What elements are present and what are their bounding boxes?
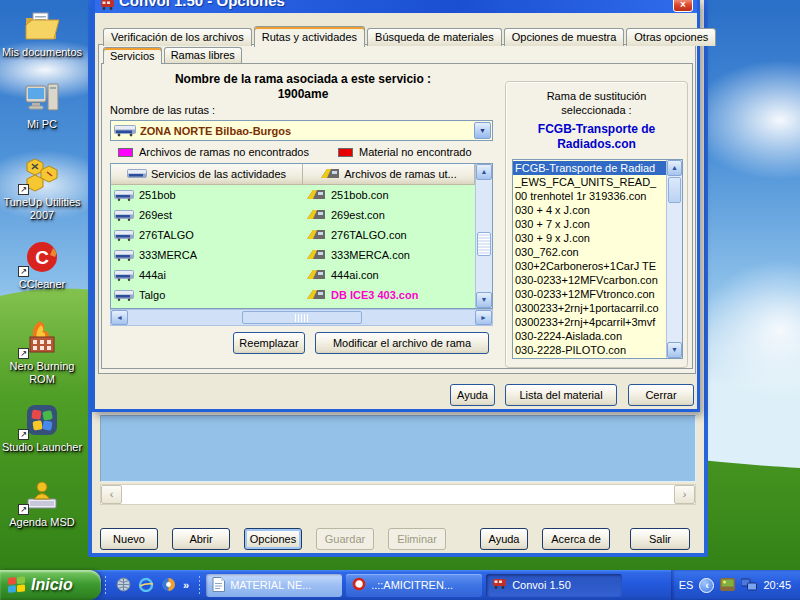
desktop-icon-ccleaner[interactable]: C ↗ CCleaner [1, 240, 83, 291]
train-app-icon [100, 0, 115, 13]
service-row[interactable]: Talgo DB ICE3 403.con [111, 285, 475, 305]
service-row[interactable]: 333MERCA 333MERCA.con [111, 245, 475, 265]
scroll-left-icon[interactable]: ◄ [111, 310, 128, 325]
scroll-right-icon[interactable]: ► [475, 310, 492, 325]
desktop-icon-studio-launcher[interactable]: ↗ Studio Launcher [1, 403, 83, 454]
services-horizontal-scrollbar[interactable]: ◄ ► [110, 309, 493, 326]
service-row[interactable]: 276TALGO 276TALGO.con [111, 225, 475, 245]
scrollbar-thumb[interactable] [477, 232, 491, 256]
acerca-de-button[interactable]: Acerca de [542, 528, 610, 550]
desktop-icon-mi-pc[interactable]: Mi PC [1, 80, 83, 131]
services-vertical-scrollbar[interactable]: ▲ ▼ [475, 164, 492, 308]
listbox-item[interactable]: 030-0233+12MFVtronco.con [513, 287, 666, 301]
tab-opciones-muestra[interactable]: Opciones de muestra [504, 28, 625, 46]
abrir-button[interactable]: Abrir [172, 528, 230, 550]
cerrar-button[interactable]: Cerrar [628, 384, 694, 406]
listbox-item[interactable]: 0300233+2rnj+1portacarril.co [513, 301, 666, 315]
taskbar-button-convoi[interactable]: Convoi 1.50 [486, 574, 622, 597]
listbox-item[interactable]: 030+2Carboneros+1CarJ TE [513, 259, 666, 273]
media-player-icon[interactable] [161, 577, 176, 594]
listbox-item[interactable]: 030-0233+12MFVcarbon.con [513, 273, 666, 287]
service-row[interactable]: 269est 269est.con [111, 205, 475, 225]
close-icon[interactable]: × [673, 0, 693, 12]
start-button[interactable]: Inicio [0, 570, 101, 600]
opciones-button[interactable]: Opciones [244, 528, 302, 550]
services-column-header[interactable]: Servicios de las actividades [111, 164, 303, 185]
scroll-left-icon[interactable]: ‹ [101, 485, 122, 504]
agenda-icon [25, 478, 59, 514]
branch-files-column-header[interactable]: Archivos de ramas ut... [303, 164, 475, 185]
scrollbar-thumb[interactable] [668, 177, 681, 203]
language-indicator[interactable]: ES [679, 579, 694, 591]
listbox-item[interactable]: 030_762.con [513, 245, 666, 259]
substitution-listbox: FCGB-Transporte de Radiad _EWS_FCA_UNITS… [512, 159, 683, 359]
listbox-item[interactable]: 00 trenhotel 1r 319336.con [513, 189, 666, 203]
eliminar-button: Eliminar [388, 528, 446, 550]
tab-rutas-y-actividades[interactable]: Rutas y actividades [254, 26, 365, 47]
service-row[interactable]: 444ai 444ai.con [111, 265, 475, 285]
listbox-item[interactable]: 030-2228-PILOTO.con [513, 343, 666, 357]
chevron-down-icon[interactable]: ▼ [474, 122, 491, 139]
tab-verificacion[interactable]: Verificación de los archivos [103, 28, 252, 46]
listbox-item[interactable]: FCGB-Transporte de Radiad [513, 161, 666, 175]
shortcut-arrow-icon: ↗ [18, 184, 29, 195]
train-yellow-icon [306, 188, 326, 203]
shortcut-arrow-icon: ↗ [18, 429, 29, 440]
taskbar-button-amicitren[interactable]: ..::AMICITREN... [346, 574, 482, 597]
train-blue-icon [114, 268, 134, 283]
scroll-up-icon[interactable]: ▲ [667, 160, 682, 176]
service-row[interactable]: 251bob 251bob.con [111, 185, 475, 205]
route-combobox[interactable]: ZONA NORTE Bilbao-Burgos ▼ [110, 120, 493, 141]
train-yellow-icon [306, 248, 326, 263]
listbox-item[interactable]: 030 + 4 x J.con [513, 203, 666, 217]
tray-network-icon[interactable] [741, 578, 757, 593]
listbox-item[interactable]: _EWS_FCA_UNITS_READ_ [513, 175, 666, 189]
tray-picture-icon[interactable] [720, 578, 735, 593]
nuevo-button[interactable]: Nuevo [100, 528, 158, 550]
main-window-horizontal-scrollbar[interactable]: ‹ › [100, 484, 696, 505]
desktop-icon-tuneup[interactable]: ↗ TuneUp Utilities 2007 [1, 158, 83, 222]
service-branch-heading: Nombre de la rama asociada a este servic… [102, 72, 504, 86]
services-list-headers: Servicios de las actividades Archivos de… [111, 164, 475, 185]
scroll-right-icon[interactable]: › [674, 485, 695, 504]
scrollbar-thumb[interactable] [242, 311, 362, 324]
quick-launch-overflow-icon[interactable]: » [183, 579, 189, 591]
substitution-group: Rama de sustitución seleccionada : FCGB-… [505, 81, 688, 368]
listbox-item[interactable]: 0300233+2rnj+4pcarril+3mvf [513, 315, 666, 329]
computer-icon [24, 81, 60, 116]
scroll-down-icon[interactable]: ▼ [476, 292, 492, 308]
train-yellow-icon [320, 167, 340, 182]
listbox-item[interactable]: 030-2224-Aislada.con [513, 329, 666, 343]
reemplazar-button[interactable]: Reemplazar [233, 332, 305, 354]
lista-del-material-button[interactable]: Lista del material [505, 384, 617, 406]
servicios-sub-page: Nombre de la rama asociada a este servic… [101, 63, 693, 369]
guardar-button: Guardar [316, 528, 374, 550]
tray-collapse-icon[interactable]: ‹ [699, 578, 714, 593]
shortcut-arrow-icon: ↗ [18, 348, 29, 359]
show-desktop-icon[interactable] [116, 577, 131, 594]
listbox-item[interactable]: 030 + 9 x J.con [513, 231, 666, 245]
dialog-titlebar[interactable]: Convoi 1.50 - Opciones × [95, 0, 697, 13]
taskbar-button-material[interactable]: MATERIAL NE... [206, 574, 342, 597]
substitution-heading: Rama de sustitución seleccionada : [506, 89, 687, 117]
scroll-up-icon[interactable]: ▲ [476, 164, 492, 180]
scroll-down-icon[interactable]: ▼ [667, 342, 682, 358]
modificar-archivo-rama-button[interactable]: Modificar el archivo de rama [315, 332, 489, 354]
salir-button[interactable]: Salir [630, 528, 690, 550]
listbox-item[interactable]: 030 + 7 x J.con [513, 217, 666, 231]
desktop-icon-nero[interactable]: ↗ Nero Burning ROM [1, 322, 83, 386]
ayuda-main-button[interactable]: Ayuda [480, 528, 528, 550]
listbox-vertical-scrollbar[interactable]: ▲ ▼ [666, 160, 682, 358]
desktop-icon-agenda-msd[interactable]: ↗ Agenda MSD [1, 478, 83, 529]
tab-otras-opciones[interactable]: Otras opciones [626, 28, 716, 46]
internet-explorer-icon[interactable] [138, 577, 154, 594]
desktop-icon-mis-documentos[interactable]: Mis documentos [1, 8, 83, 59]
ayuda-dialog-button[interactable]: Ayuda [450, 384, 495, 406]
tab-busqueda-materiales[interactable]: Búsqueda de materiales [367, 28, 502, 46]
train-blue-icon [114, 208, 134, 223]
subtab-servicios[interactable]: Servicios [103, 47, 162, 64]
service-name: 1900ame [102, 87, 504, 101]
subtab-ramas-libres[interactable]: Ramas libres [164, 47, 242, 63]
desktop-icon-label: Studio Launcher [1, 441, 83, 454]
missing-branch-file: DB ICE3 403.con [331, 289, 418, 301]
